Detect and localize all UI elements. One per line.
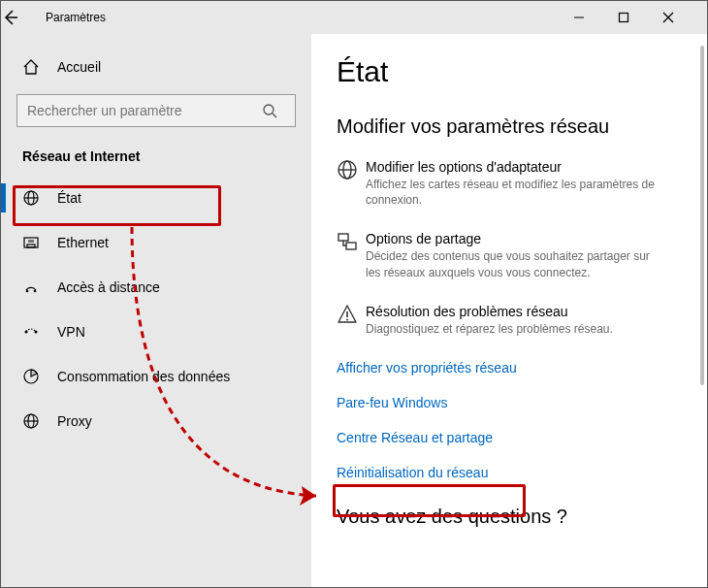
sidebar-item-proxy[interactable]: Proxy [1,399,311,443]
sidebar-item-ethernet[interactable]: Ethernet [1,220,311,265]
setting-text: Modifier les options d'adaptateur Affich… [366,159,666,208]
home-icon [22,58,44,76]
sidebar-item-vpn[interactable]: VPN [1,310,311,354]
vpn-icon [22,323,44,341]
sidebar-item-label: État [57,190,81,206]
link-network-properties[interactable]: Afficher vos propriétés réseau [337,360,707,376]
sidebar-item-label: Ethernet [57,235,109,250]
troubleshoot-icon [337,304,366,337]
page-title: État [337,55,707,88]
dialup-icon [22,278,44,296]
minimize-button[interactable] [573,12,618,23]
back-icon [1,8,20,27]
section-heading: Modifier vos paramètres réseau [337,115,707,138]
svg-point-29 [346,318,348,320]
sidebar-nav: État Ethernet Accès à distance [1,172,311,443]
search-icon [262,103,295,118]
svg-line-6 [273,114,276,117]
scrollbar[interactable] [700,46,704,385]
sidebar-home-label: Accueil [57,59,101,75]
svg-point-16 [34,290,37,293]
sidebar-home[interactable]: Accueil [1,48,311,86]
back-button[interactable] [1,8,46,27]
svg-rect-11 [27,245,35,247]
svg-point-18 [35,331,38,334]
link-network-reset[interactable]: Réinitialisation du réseau [337,465,707,480]
globe-icon [22,189,44,207]
help-heading: Vous avez des questions ? [337,506,707,528]
sidebar-item-label: VPN [57,324,85,340]
setting-desc: Affichez les cartes réseau et modifiez l… [366,177,666,208]
sidebar-category-label: Réseau et Internet [1,127,311,172]
svg-rect-26 [338,234,348,241]
close-button[interactable] [662,12,707,23]
svg-point-15 [26,290,29,293]
search-box[interactable] [16,94,296,127]
settings-window: Paramètres Accueil R [0,0,708,588]
sidebar-item-datausage[interactable]: Consommation des données [1,354,311,399]
setting-desc: Décidez des contenus que vous souhaitez … [366,248,666,279]
sidebar-item-label: Consommation des données [57,369,230,384]
svg-point-5 [264,105,274,114]
window-body: Accueil Réseau et Internet État [1,34,707,587]
ethernet-icon [22,234,44,251]
setting-title: Résolution des problèmes réseau [366,304,613,319]
link-windows-firewall[interactable]: Pare-feu Windows [337,395,707,410]
setting-text: Options de partage Décidez des contenus … [366,231,666,279]
setting-desc: Diagnostiquez et réparez les problèmes r… [366,321,613,337]
adapter-options-icon [337,159,366,208]
sidebar-item-label: Proxy [57,413,92,429]
setting-title: Options de partage [366,231,666,246]
svg-rect-27 [346,243,356,249]
setting-text: Résolution des problèmes réseau Diagnost… [366,304,613,337]
minimize-icon [573,12,585,23]
search-input[interactable] [17,103,262,118]
sidebar: Accueil Réseau et Internet État [1,34,311,587]
close-icon [662,12,674,23]
setting-adapter-options[interactable]: Modifier les options d'adaptateur Affich… [337,159,666,208]
sharing-options-icon [337,231,366,279]
setting-network-troubleshoot[interactable]: Résolution des problèmes réseau Diagnost… [337,304,666,337]
setting-sharing-options[interactable]: Options de partage Décidez des contenus … [337,231,666,279]
setting-title: Modifier les options d'adaptateur [366,159,666,175]
data-usage-icon [22,368,44,385]
sidebar-item-status[interactable]: État [1,176,311,220]
main-panel: État Modifier vos paramètres réseau Modi… [311,34,707,587]
maximize-icon [618,12,629,23]
svg-rect-2 [620,14,628,22]
titlebar: Paramètres [1,1,707,34]
sidebar-item-dialup[interactable]: Accès à distance [1,265,311,310]
link-network-center[interactable]: Centre Réseau et partage [337,430,707,445]
maximize-button[interactable] [618,12,662,23]
window-title: Paramètres [46,11,573,24]
proxy-icon [22,412,44,430]
sidebar-item-label: Accès à distance [57,279,160,295]
